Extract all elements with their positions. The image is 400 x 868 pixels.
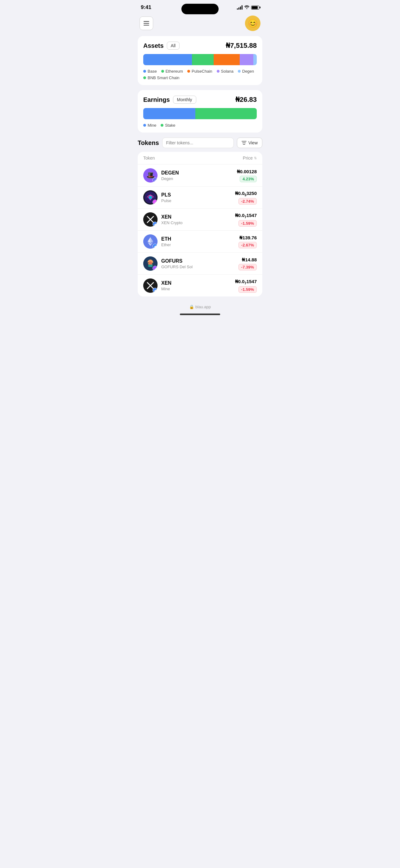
legend-label-pulsechain: PulseChain [192, 69, 212, 73]
token-price-xen: ₦0.071547 [235, 213, 257, 219]
legend-label-bnb: BNB Smart Chain [147, 75, 179, 80]
chain-badge-eth [153, 244, 158, 249]
legend-item-bnb: BNB Smart Chain [143, 75, 179, 80]
home-indicator [180, 314, 220, 315]
token-icon-degen: 🎩 d [143, 168, 158, 183]
earnings-bar-mine [143, 108, 195, 119]
avatar[interactable]: 😊 [245, 16, 261, 31]
legend-label-mine: Mine [147, 123, 156, 128]
earnings-card: Earnings Monthly ₦26.83 Mine Stake [138, 90, 262, 132]
chain-badge-xen [153, 222, 158, 227]
legend-label-solana: Solana [221, 69, 233, 73]
token-symbol-xen: XEN [161, 214, 231, 220]
token-name-degen: Degen [161, 176, 233, 181]
menu-icon-line [143, 21, 149, 22]
menu-icon-line [143, 25, 149, 26]
token-row-degen[interactable]: 🎩 d DEGEN Degen ₦0.00128 4.23% [138, 164, 262, 187]
tokens-header: Tokens View [133, 137, 267, 152]
token-change-xen-mine: -1.59% [238, 286, 257, 293]
earnings-title: Earnings [143, 96, 170, 103]
legend-label-base: Base [147, 69, 157, 73]
legend-dot-solana [217, 70, 220, 73]
legend-item-mine: Mine [143, 123, 156, 128]
chain-badge-degen: d [153, 178, 158, 183]
tokens-title: Tokens [138, 140, 159, 147]
menu-icon-line [143, 23, 149, 24]
token-row-pls[interactable]: P PLS Pulse ₦0.053250 -2.74% [138, 187, 262, 209]
token-price-col-gofurs: ₦14.88 -7.39% [238, 257, 257, 270]
token-icon-gofurs: S [143, 256, 158, 271]
sort-icon: ⇅ [254, 156, 257, 160]
token-icon-pls: P [143, 190, 158, 205]
token-symbol-pls: PLS [161, 192, 231, 198]
token-info-degen: DEGEN Degen [161, 170, 233, 181]
assets-title: Assets [143, 42, 164, 49]
token-row-gofurs[interactable]: S GOFURS GOFURS Del Sol ₦14.88 -7.39% [138, 253, 262, 275]
svg-marker-9 [154, 223, 156, 225]
filter-tokens-input[interactable] [162, 137, 234, 148]
token-info-xen-mine: XEN Mine [161, 280, 231, 291]
legend-dot-stake [161, 124, 163, 127]
filter-icon [241, 141, 246, 145]
view-label: View [248, 140, 258, 145]
status-time: 9:41 [141, 4, 151, 10]
assets-badge[interactable]: All [167, 41, 180, 50]
token-price-col-eth: ₦139.76 -2.67% [238, 235, 257, 248]
view-button[interactable]: View [237, 137, 262, 148]
assets-value: ₦7,515.88 [226, 41, 257, 50]
bottom-bar: 🔒 blau.app [133, 302, 267, 311]
earnings-bar-stake [195, 108, 257, 119]
legend-item-stake: Stake [161, 123, 175, 128]
earnings-badge[interactable]: Monthly [173, 96, 196, 104]
token-row-xen[interactable]: XEN XEN Crypto ₦0.071547 -1.59% [138, 209, 262, 231]
legend-item-pulsechain: PulseChain [187, 69, 212, 73]
token-price-eth: ₦139.76 [238, 235, 257, 241]
svg-point-5 [149, 196, 152, 199]
assets-legend: Base Ethereum PulseChain Solana Degen BN… [143, 69, 257, 80]
token-symbol-eth: ETH [161, 236, 235, 242]
assets-card: Assets All ₦7,515.88 Base Ethereum Pulse… [138, 36, 262, 85]
token-name-pls: Pulse [161, 198, 231, 203]
token-table: Token Price ⇅ 🎩 d DEGEN Degen ₦0.00128 4… [138, 152, 262, 297]
legend-dot-pulsechain [187, 70, 190, 73]
token-row-xen-mine[interactable]: XEN Mine ₦0.071547 -1.59% [138, 275, 262, 297]
token-name-eth: Ether [161, 243, 235, 247]
legend-label-stake: Stake [165, 123, 175, 128]
wifi-icon [244, 5, 249, 10]
table-col-price-sort[interactable]: Price ⇅ [243, 156, 257, 160]
token-info-xen: XEN XEN Crypto [161, 214, 231, 225]
svg-rect-19 [148, 265, 153, 267]
legend-dot-base [143, 70, 146, 73]
assets-bar-solana [240, 54, 253, 65]
token-icon-xen-mine [143, 278, 158, 293]
assets-card-header: Assets All ₦7,515.88 [143, 41, 257, 50]
menu-button[interactable] [139, 17, 153, 30]
legend-item-base: Base [143, 69, 157, 73]
token-table-header: Token Price ⇅ [138, 152, 262, 164]
token-symbol-degen: DEGEN [161, 170, 233, 176]
token-name-xen-mine: Mine [161, 286, 231, 291]
status-bar: 9:41 [133, 0, 267, 13]
dynamic-island [181, 4, 219, 14]
token-info-gofurs: GOFURS GOFURS Del Sol [161, 258, 235, 269]
table-col-price-label: Price [243, 156, 253, 160]
token-change-degen: 4.23% [240, 176, 257, 182]
legend-item-ethereum: Ethereum [161, 69, 183, 73]
token-row-eth[interactable]: ETH Ether ₦139.76 -2.67% [138, 231, 262, 253]
token-price-col-pls: ₦0.053250 -2.74% [235, 191, 257, 205]
legend-label-ethereum: Ethereum [166, 69, 183, 73]
token-price-col-xen-mine: ₦0.071547 -1.59% [235, 279, 257, 293]
assets-bar [143, 54, 257, 65]
assets-bar-ethereum [192, 54, 214, 65]
chain-badge-xen-mine [153, 288, 158, 293]
token-price-pls: ₦0.053250 [235, 191, 257, 197]
token-price-col-xen: ₦0.071547 -1.59% [235, 213, 257, 227]
token-info-pls: PLS Pulse [161, 192, 231, 203]
token-price-col-degen: ₦0.00128 4.23% [237, 169, 257, 182]
token-symbol-xen-mine: XEN [161, 280, 231, 286]
assets-bar-base [143, 54, 192, 65]
lock-icon: 🔒 [189, 305, 194, 309]
token-name-gofurs: GOFURS Del Sol [161, 265, 235, 269]
site-url: blau.app [195, 305, 211, 309]
assets-bar-pulsechain [214, 54, 240, 65]
